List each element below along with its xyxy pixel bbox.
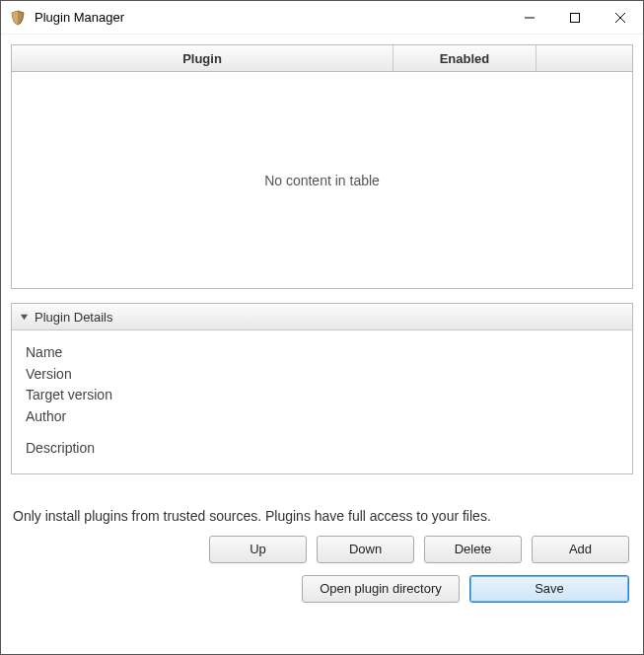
warning-text: Only install plugins from trusted source…: [11, 508, 633, 524]
svg-rect-1: [571, 13, 580, 22]
table-body: No content in table: [12, 72, 632, 288]
open-plugin-directory-button[interactable]: Open plugin directory: [302, 575, 460, 603]
down-button[interactable]: Down: [317, 536, 414, 563]
add-button[interactable]: Add: [532, 536, 629, 563]
window-title: Plugin Manager: [35, 10, 507, 25]
detail-version-label: Version: [26, 364, 618, 386]
delete-button[interactable]: Delete: [424, 536, 522, 563]
column-header-plugin[interactable]: Plugin: [12, 45, 394, 71]
window-controls: [507, 1, 643, 34]
titlebar: Plugin Manager: [1, 1, 643, 35]
app-icon: [9, 9, 27, 27]
table-header: Plugin Enabled: [12, 45, 632, 72]
detail-author-label: Author: [26, 406, 618, 428]
detail-name-label: Name: [26, 342, 618, 364]
close-button[interactable]: [598, 1, 643, 34]
button-row-actions: Open plugin directory Save: [11, 575, 633, 603]
button-row-order: Up Down Delete Add: [11, 536, 633, 563]
up-button[interactable]: Up: [209, 536, 307, 563]
column-header-enabled[interactable]: Enabled: [394, 45, 537, 71]
plugin-details-title: Plugin Details: [35, 310, 113, 325]
expand-collapse-icon: [20, 310, 29, 325]
detail-target-version-label: Target version: [26, 385, 618, 406]
empty-table-text: No content in table: [264, 173, 380, 188]
detail-description-label: Description: [26, 440, 618, 456]
plugin-details-header[interactable]: Plugin Details: [12, 304, 632, 330]
content-area: Plugin Enabled No content in table Plugi…: [1, 35, 643, 654]
minimize-button[interactable]: [507, 1, 552, 34]
plugin-table: Plugin Enabled No content in table: [11, 44, 633, 289]
save-button[interactable]: Save: [469, 575, 629, 603]
maximize-button[interactable]: [552, 1, 598, 34]
plugin-details-panel: Plugin Details Name Version Target versi…: [11, 303, 633, 474]
plugin-details-body: Name Version Target version Author Descr…: [12, 330, 632, 473]
column-header-spacer: [537, 45, 632, 71]
